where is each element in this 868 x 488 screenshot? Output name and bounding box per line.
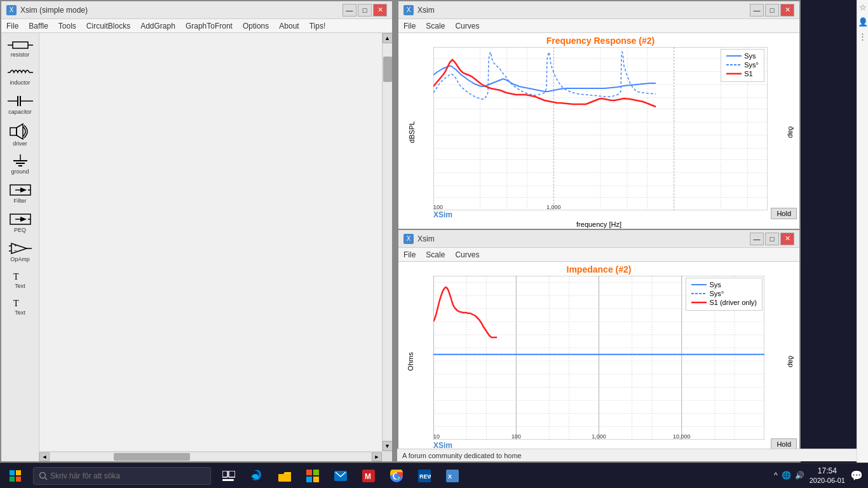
comp-text1[interactable]: T Text	[3, 267, 38, 292]
store-button[interactable]	[300, 463, 325, 489]
status-bar: A forum community dedicated to home	[397, 449, 857, 461]
svg-rect-203	[16, 477, 21, 482]
svg-rect-209	[278, 474, 291, 482]
svg-text:1,000: 1,000	[546, 204, 561, 210]
freq-menu-scale[interactable]: Scale	[421, 20, 450, 32]
start-button[interactable]	[0, 463, 31, 489]
notification-icon[interactable]: 💬	[850, 470, 863, 482]
ground-symbol	[11, 154, 30, 168]
clock-date: 2020-06-01	[810, 476, 845, 485]
horizontal-scrollbar[interactable]: ◄ ►	[39, 451, 382, 461]
imp-legend-s1: S1 (driver only)	[691, 299, 757, 306]
comp-filter[interactable]: Filter	[3, 179, 38, 207]
taskview-button[interactable]	[216, 463, 241, 489]
svg-text:T: T	[13, 299, 19, 308]
freq-legend-sys-phase: Sys°	[726, 61, 759, 69]
star-icon[interactable]: ☆	[859, 3, 867, 12]
freq-minimize-button[interactable]: —	[750, 4, 764, 17]
text2-symbol: T	[11, 297, 30, 309]
comp-peq[interactable]: PEQ	[3, 208, 38, 236]
freq-menu-file[interactable]: File	[398, 20, 421, 32]
scroll-track-v[interactable]	[383, 44, 392, 440]
svg-text:T: T	[13, 272, 19, 281]
imp-close-button[interactable]: ✕	[780, 233, 794, 245]
account-icon[interactable]: 👤	[858, 17, 868, 27]
scroll-down-button[interactable]: ▼	[383, 441, 393, 451]
comp-inductor[interactable]: inductor	[3, 62, 38, 89]
text2-label: Text	[15, 309, 25, 316]
chrome-button[interactable]	[384, 463, 409, 489]
scroll-left-button[interactable]: ◄	[39, 452, 50, 461]
scroll-corner	[382, 451, 392, 461]
divider[interactable]	[393, 0, 397, 463]
mail-button[interactable]	[328, 463, 353, 489]
imp-y-axis-right-label: ðap	[787, 356, 795, 367]
menu-tools[interactable]: Tools	[53, 20, 81, 32]
clock-time: 17:54	[810, 466, 845, 477]
volume-icon[interactable]: 🔊	[795, 471, 804, 480]
menu-graphtofront[interactable]: GraphToFront	[180, 20, 238, 32]
menu-options[interactable]: Options	[238, 20, 274, 32]
comp-opamp[interactable]: + − OpAmp	[3, 238, 38, 266]
vertical-scrollbar[interactable]: ▲ ▼	[382, 33, 392, 451]
restore-button[interactable]: □	[358, 4, 372, 17]
imp-restore-button[interactable]: □	[765, 233, 779, 245]
xsim-simple-window: X Xsim (simple mode) — □ ✕ File Baffle T…	[0, 0, 393, 463]
comp-capacitor[interactable]: capacitor	[3, 90, 38, 118]
scroll-up-button[interactable]: ▲	[383, 33, 393, 43]
tray-expand-icon[interactable]: ^	[774, 471, 778, 480]
freq-xsim-label: XSim	[433, 210, 452, 219]
app-red-button[interactable]: M	[356, 463, 381, 489]
svg-text:100: 100	[512, 433, 521, 440]
taskbar-tray: ^ 🌐 🔊 17:54 2020-06-01 💬	[774, 466, 868, 485]
freq-hold-button[interactable]: Hold	[771, 208, 797, 219]
xsim-taskbar-button[interactable]: X	[440, 463, 465, 489]
menu-about[interactable]: About	[274, 20, 304, 32]
text1-label: Text	[15, 283, 25, 289]
more-icon[interactable]: ⋮	[858, 32, 867, 41]
freq-x-axis-label: frequency [Hz]	[576, 220, 621, 228]
comp-driver[interactable]: driver	[3, 119, 38, 150]
scroll-thumb-h[interactable]	[114, 453, 190, 461]
menu-circuitblocks[interactable]: CircuitBlocks	[81, 20, 135, 32]
comp-resistor[interactable]: resistor	[3, 36, 38, 61]
taskbar-search-box[interactable]	[33, 467, 211, 485]
svg-rect-1	[13, 42, 28, 48]
taskbar-pinned-icons: M REW X	[216, 463, 465, 489]
driver-symbol	[9, 123, 32, 140]
imp-menu-scale[interactable]: Scale	[421, 249, 450, 261]
explorer-button[interactable]	[272, 463, 297, 489]
minimize-button[interactable]: —	[342, 4, 356, 17]
freq-menu-curves[interactable]: Curves	[450, 20, 484, 32]
imp-menu-curves[interactable]: Curves	[450, 249, 484, 261]
menu-baffle[interactable]: Baffle	[24, 20, 53, 32]
xsim-content: resistor inductor capacitor	[1, 33, 392, 461]
rew-button[interactable]: REW	[412, 463, 437, 489]
taskbar-search-input[interactable]	[50, 471, 190, 480]
svg-text:10,000: 10,000	[673, 433, 691, 440]
imp-graph-container: Impedance (#2) Ohms ðap frequency [Hz]	[398, 262, 799, 461]
freq-restore-button[interactable]: □	[765, 4, 779, 17]
svg-line-205	[45, 478, 47, 480]
comp-ground[interactable]: ground	[3, 151, 38, 178]
network-icon[interactable]: 🌐	[782, 471, 791, 480]
scroll-right-button[interactable]: ►	[372, 452, 382, 461]
close-button[interactable]: ✕	[373, 4, 387, 17]
comp-text2[interactable]: T Text	[3, 294, 38, 319]
chrome-edge-panel: ☆ 👤 ⋮	[857, 0, 868, 463]
component-sidebar: resistor inductor capacitor	[1, 33, 39, 461]
freq-legend-s1: S1	[726, 70, 759, 78]
imp-menu-file[interactable]: File	[398, 249, 421, 261]
taskbar-clock[interactable]: 17:54 2020-06-01	[810, 466, 845, 485]
edge-button[interactable]	[244, 463, 269, 489]
scroll-thumb-v[interactable]	[383, 57, 392, 82]
menu-file[interactable]: File	[1, 20, 24, 32]
xsim-imp-window: X Xsim — □ ✕ File Scale Curves Impedance…	[397, 229, 801, 463]
scroll-track-h[interactable]	[50, 453, 371, 461]
freq-close-button[interactable]: ✕	[780, 4, 794, 17]
svg-marker-10	[17, 124, 23, 139]
menubar-simple: File Baffle Tools CircuitBlocks AddGraph…	[1, 19, 392, 33]
menu-addgraph[interactable]: AddGraph	[135, 20, 180, 32]
imp-minimize-button[interactable]: —	[750, 233, 764, 245]
menu-tips[interactable]: Tips!	[304, 20, 331, 32]
